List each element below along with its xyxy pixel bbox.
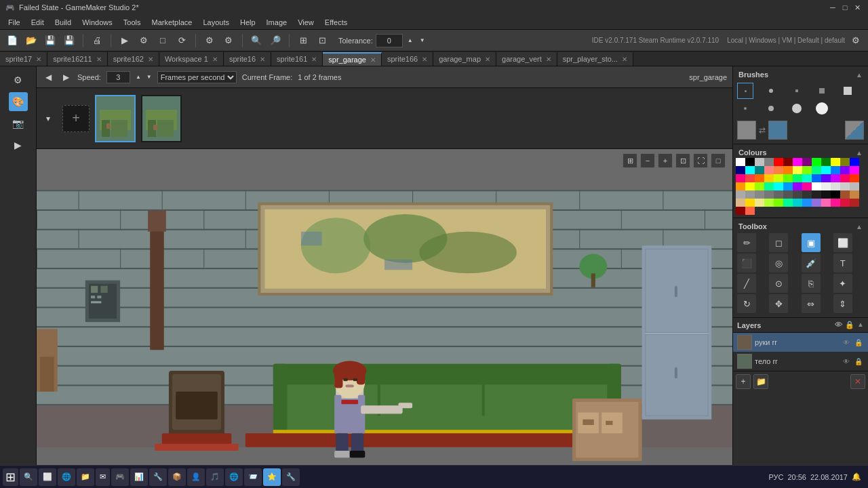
prev-frame-btn[interactable]: ◀: [42, 71, 54, 83]
color-swatch-51[interactable]: [850, 182, 859, 190]
play-btn[interactable]: ▶: [60, 71, 72, 83]
taskbar-explorer[interactable]: 📁: [77, 468, 94, 486]
layers-expand[interactable]: ▲: [857, 321, 864, 329]
close-tab-garage-vert[interactable]: ✕: [546, 56, 551, 63]
secondary-color-swatch[interactable]: [768, 121, 787, 140]
close-tab-sprite16211[interactable]: ✕: [96, 56, 102, 63]
close-tab-sprite162[interactable]: ✕: [148, 56, 153, 63]
color-swatch-1[interactable]: [745, 158, 755, 166]
toolbox-expand[interactable]: ▲: [856, 223, 863, 230]
tab-sprite17[interactable]: sprite17 ✕: [0, 52, 47, 66]
color-swatch-64[interactable]: [850, 190, 859, 199]
menu-build[interactable]: Build: [50, 17, 77, 28]
color-swatch-43[interactable]: [774, 182, 783, 190]
color-swatch-12[interactable]: [850, 158, 859, 166]
color-swatch-28[interactable]: [755, 174, 764, 182]
color-swatch-65[interactable]: [736, 199, 745, 207]
open-btn[interactable]: 📂: [23, 33, 39, 49]
color-swatch-75[interactable]: [831, 199, 840, 207]
close-button[interactable]: ✕: [852, 2, 863, 13]
color-swatch-42[interactable]: [764, 182, 774, 190]
color-swatch-59[interactable]: [802, 190, 812, 199]
taskbar-edge[interactable]: 🌐: [58, 468, 75, 486]
tab-spr-player-sto[interactable]: spr_player_sto... ✕: [557, 52, 633, 66]
onion-skin-btn[interactable]: □: [711, 153, 726, 168]
color-swatch-29[interactable]: [764, 174, 774, 182]
frame-thumb-1[interactable]: [95, 95, 136, 142]
add-layer-btn[interactable]: +: [736, 374, 751, 389]
menu-image[interactable]: Image: [261, 17, 293, 28]
color-swatch-60[interactable]: [812, 190, 821, 199]
color-swatch-61[interactable]: [821, 190, 831, 199]
taskbar-app2[interactable]: 🔧: [149, 468, 167, 486]
tolerance-up[interactable]: ▲: [406, 33, 415, 49]
color-swatch-49[interactable]: [831, 182, 840, 190]
close-tab-sprite17[interactable]: ✕: [36, 56, 41, 63]
color-swatch-2[interactable]: [755, 158, 764, 166]
left-tool-settings[interactable]: ⚙: [9, 70, 28, 89]
color-swatch-11[interactable]: [840, 158, 850, 166]
notifications-icon[interactable]: 🔔: [852, 472, 861, 481]
color-swatch-57[interactable]: [783, 190, 793, 199]
color-swatch-50[interactable]: [840, 182, 850, 190]
color-swatch-20[interactable]: [802, 166, 812, 174]
zoom-fit-btn[interactable]: 🔎: [267, 33, 283, 49]
close-tab-sprite16[interactable]: ✕: [260, 56, 265, 63]
brushes-expand[interactable]: ▲: [856, 71, 863, 79]
tool-rotate[interactable]: ↻: [737, 294, 756, 313]
color-swatch-63[interactable]: [840, 190, 850, 199]
tab-sprite16[interactable]: sprite16 ✕: [224, 52, 271, 66]
clean-btn[interactable]: □: [155, 33, 171, 49]
menu-help[interactable]: Help: [235, 17, 261, 28]
taskbar-app5[interactable]: 🎵: [206, 468, 224, 486]
color-swatch-30[interactable]: [774, 174, 783, 182]
taskbar-app4[interactable]: 👤: [187, 468, 205, 486]
color-swatch-18[interactable]: [783, 166, 793, 174]
color-swatch-26[interactable]: [736, 174, 745, 182]
color-swatch-9[interactable]: [821, 158, 831, 166]
color-swatch-73[interactable]: [812, 199, 821, 207]
tool-line[interactable]: ╱: [737, 274, 756, 293]
color-swatch-74[interactable]: [821, 199, 831, 207]
color-swatch-40[interactable]: [745, 182, 755, 190]
taskbar-search[interactable]: 🔍: [20, 468, 37, 486]
save-all-btn[interactable]: 💾: [61, 33, 77, 49]
brush-8[interactable]: [789, 100, 805, 117]
color-swatch-71[interactable]: [793, 199, 802, 207]
close-tab-sprite166[interactable]: ✕: [422, 56, 427, 63]
target-settings-btn[interactable]: ⚙: [848, 33, 864, 49]
left-tool-fill[interactable]: 🎨: [9, 92, 28, 111]
close-tab-spr-garage[interactable]: ✕: [370, 56, 376, 64]
print-btn[interactable]: 🖨: [89, 33, 105, 49]
color-swatch-3[interactable]: [764, 158, 774, 166]
taskbar-taskview[interactable]: ⬜: [39, 468, 56, 486]
brush-1[interactable]: [737, 83, 753, 99]
taskbar-mail[interactable]: ✉: [96, 468, 110, 486]
brush-4[interactable]: [814, 83, 830, 99]
tool-text[interactable]: T: [833, 253, 852, 272]
color-swatch-76[interactable]: [840, 199, 850, 207]
color-swatch-69[interactable]: [774, 199, 783, 207]
tab-sprite162[interactable]: sprite162 ✕: [108, 52, 159, 66]
color-swatch-36[interactable]: [831, 174, 840, 182]
primary-color-swatch[interactable]: [737, 121, 756, 140]
tolerance-input[interactable]: [376, 34, 403, 47]
tool-fill[interactable]: ▣: [802, 233, 821, 252]
taskbar-gamemaker[interactable]: 🎮: [111, 468, 129, 486]
color-swatch-48[interactable]: [821, 182, 831, 190]
color-swatch-78[interactable]: [736, 207, 745, 215]
brush-6[interactable]: [737, 100, 753, 117]
brush-5[interactable]: [840, 83, 856, 99]
tab-workspace1[interactable]: Workspace 1 ✕: [159, 52, 224, 66]
tool-magic-wand[interactable]: ⊙: [769, 274, 788, 293]
color-swatch-0[interactable]: [736, 158, 745, 166]
color-swatch-6[interactable]: [793, 158, 802, 166]
color-swatch-46[interactable]: [802, 182, 812, 190]
menu-view[interactable]: View: [292, 17, 319, 28]
left-tool-play[interactable]: ▶: [9, 136, 28, 155]
layer-lock-ruki[interactable]: 🔒: [853, 337, 864, 348]
speed-down[interactable]: ▼: [146, 74, 152, 80]
color-swatch-10[interactable]: [831, 158, 840, 166]
color-preview-combined[interactable]: [845, 121, 864, 140]
color-swatch-67[interactable]: [755, 199, 764, 207]
